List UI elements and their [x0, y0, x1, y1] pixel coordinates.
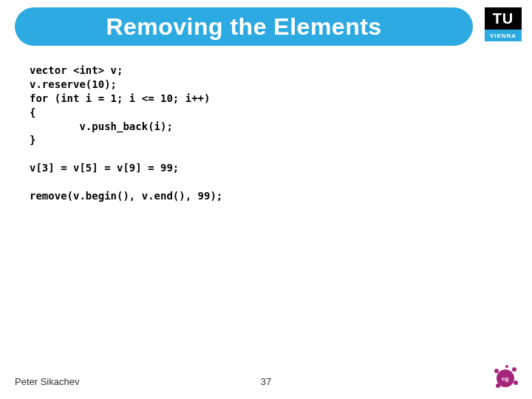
code-line: }	[30, 134, 35, 146]
code-line: vector <int> v;	[30, 64, 123, 76]
code-line: remove(v.begin(), v.end(), 99);	[30, 190, 222, 202]
institute-logo-icon: cg	[491, 362, 520, 392]
logo-top-text: TU	[485, 7, 522, 30]
svg-point-5	[505, 365, 508, 368]
code-line: {	[30, 106, 35, 118]
svg-point-2	[512, 367, 516, 372]
code-line: v[3] = v[5] = v[9] = 99;	[30, 162, 179, 174]
svg-point-3	[514, 381, 518, 385]
code-line: v.reserve(10);	[30, 78, 117, 90]
page-number: 37	[0, 376, 532, 387]
code-line: v.push_back(i);	[30, 120, 173, 132]
slide-title: Removing the Elements	[106, 13, 381, 41]
svg-point-4	[496, 383, 500, 388]
slide: Removing the Elements TU VIENNA vector <…	[0, 0, 532, 399]
code-line: for (int i = 1; i <= 10; i++)	[30, 92, 210, 104]
code-block: vector <int> v; v.reserve(10); for (int …	[30, 64, 222, 203]
institute-logo-text: cg	[502, 375, 508, 382]
logo-bottom-text: VIENNA	[485, 30, 522, 41]
title-bar: Removing the Elements	[15, 7, 473, 46]
svg-point-1	[494, 369, 499, 373]
tu-vienna-logo: TU VIENNA	[485, 7, 522, 44]
